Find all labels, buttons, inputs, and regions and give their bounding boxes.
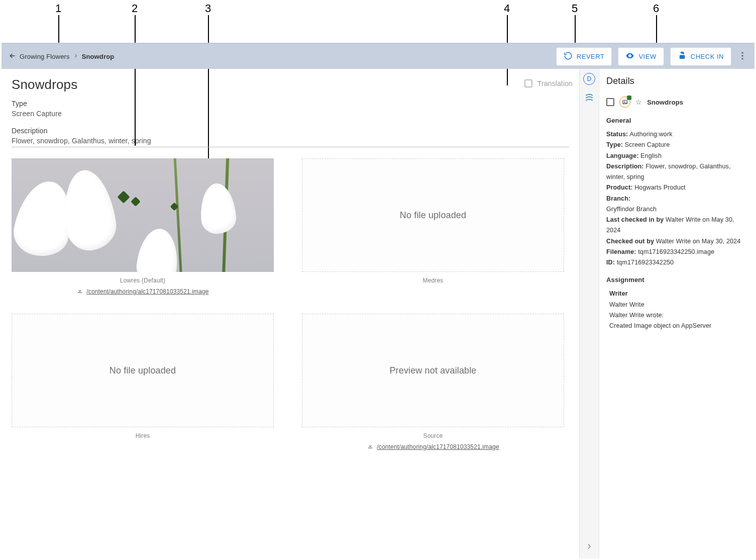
preview-hires: No file uploaded Hires bbox=[12, 314, 274, 451]
breadcrumb: Growing Flowers Snowdrop bbox=[9, 52, 114, 61]
writer-note: Created Image object on AppServer bbox=[609, 321, 746, 331]
details-item-header: ☆ Snowdrops bbox=[606, 97, 746, 108]
svg-rect-6 bbox=[368, 448, 372, 448]
favorite-star-icon[interactable]: ☆ bbox=[635, 98, 642, 106]
preview-source-box[interactable]: Preview not available bbox=[302, 314, 564, 427]
preview-source-label: Source bbox=[423, 432, 443, 439]
download-icon bbox=[367, 442, 374, 451]
callouts: 1 2 3 4 5 6 bbox=[0, 0, 756, 43]
kv-branch-value: Gryffindor Branch bbox=[606, 204, 746, 215]
writer-wrote: Walter Write wrote: bbox=[609, 310, 746, 321]
callout-1: 1 bbox=[55, 2, 61, 15]
view-button[interactable]: VIEW bbox=[618, 47, 664, 66]
details-heading: Details bbox=[606, 76, 746, 86]
rail-tab-history[interactable] bbox=[583, 92, 595, 104]
svg-point-0 bbox=[629, 55, 631, 57]
svg-point-2 bbox=[741, 52, 743, 54]
eye-icon bbox=[625, 51, 634, 62]
revert-icon bbox=[564, 51, 573, 62]
kv-filename: Filename: tqm1716923342250.image bbox=[606, 247, 746, 257]
details-select-checkbox[interactable] bbox=[606, 98, 614, 106]
kv-language: Language: English bbox=[606, 151, 746, 161]
assignment-section-heading: Assignment bbox=[606, 276, 746, 284]
preview-source-download[interactable]: /content/authoring/alc1717081033521.imag… bbox=[367, 442, 499, 451]
preview-lowres-download[interactable]: /content/authoring/alc1717081033521.imag… bbox=[76, 287, 208, 296]
preview-source: Preview not available Source /content/au… bbox=[302, 314, 564, 451]
kv-checkedout: Checked out by Walter Write on May 30, 2… bbox=[606, 236, 746, 247]
preview-medres-label: Medres bbox=[423, 277, 444, 284]
preview-medres-dropzone[interactable]: No file uploaded bbox=[302, 158, 564, 272]
general-section-heading: General bbox=[606, 117, 746, 124]
lock-open-icon bbox=[678, 51, 687, 62]
description-value[interactable]: Flower, snowdrop, Galanthus, winter, spr… bbox=[12, 137, 569, 145]
preview-hires-label: Hires bbox=[136, 432, 150, 439]
side-rail: D bbox=[579, 69, 599, 558]
main-column: Snowdrops Type Screen Capture Descriptio… bbox=[2, 69, 579, 558]
kv-lastcheckin: Last checked in by Walter Write on May 3… bbox=[606, 215, 746, 236]
callout-6: 6 bbox=[653, 2, 659, 15]
image-type-icon bbox=[619, 97, 630, 108]
download-icon bbox=[76, 287, 83, 296]
kv-status: Status: Authoring:work bbox=[606, 129, 746, 140]
preview-lowres-image[interactable] bbox=[12, 158, 274, 272]
checked-out-badge-icon bbox=[627, 96, 631, 100]
preview-lowres: Lowres (Default) /content/authoring/alc1… bbox=[12, 158, 274, 296]
kv-id: ID: tqm1716923342250 bbox=[606, 257, 746, 268]
chevron-right-icon bbox=[73, 53, 79, 60]
toolbar: Growing Flowers Snowdrop REVERT VIEW CHE… bbox=[2, 43, 754, 69]
callout-5: 5 bbox=[572, 2, 578, 15]
writer-heading: Writer bbox=[609, 289, 746, 299]
rail-tab-details[interactable]: D bbox=[583, 73, 595, 85]
writer-name: Walter Write bbox=[609, 300, 746, 310]
description-label: Description bbox=[12, 127, 569, 135]
type-value: Screen Capture bbox=[12, 110, 569, 118]
more-vert-icon[interactable] bbox=[737, 51, 747, 62]
type-label: Type bbox=[12, 100, 569, 108]
revert-button[interactable]: REVERT bbox=[556, 47, 612, 66]
rail-collapse[interactable] bbox=[583, 540, 595, 552]
svg-point-4 bbox=[741, 58, 743, 59]
page-title: Snowdrops bbox=[12, 77, 569, 92]
back-arrow-icon[interactable] bbox=[9, 52, 17, 61]
breadcrumb-current: Snowdrop bbox=[82, 53, 115, 60]
kv-description: Description: Flower, snowdrop, Galanthus… bbox=[606, 161, 746, 183]
svg-rect-5 bbox=[78, 293, 82, 293]
kv-type: Type: Screen Capture bbox=[606, 140, 746, 150]
details-item-name: Snowdrops bbox=[647, 99, 683, 106]
callout-3: 3 bbox=[205, 2, 211, 15]
checkin-button[interactable]: CHECK IN bbox=[670, 47, 731, 66]
kv-branch: Branch: bbox=[606, 194, 746, 204]
content-area: Snowdrops Type Screen Capture Descriptio… bbox=[2, 69, 754, 558]
preview-lowres-label: Lowres (Default) bbox=[120, 277, 165, 284]
callout-2: 2 bbox=[132, 2, 138, 15]
preview-hires-dropzone[interactable]: No file uploaded bbox=[12, 314, 274, 427]
callout-4: 4 bbox=[504, 2, 510, 15]
svg-point-3 bbox=[741, 55, 743, 56]
preview-medres: No file uploaded Medres bbox=[302, 158, 564, 296]
breadcrumb-parent[interactable]: Growing Flowers bbox=[20, 53, 70, 60]
kv-product: Product: Hogwarts Product bbox=[606, 182, 746, 193]
svg-rect-1 bbox=[679, 55, 685, 59]
preview-grid: Lowres (Default) /content/authoring/alc1… bbox=[12, 158, 564, 451]
details-panel: Details ☆ Snowdrops General Status: Auth… bbox=[599, 69, 754, 558]
